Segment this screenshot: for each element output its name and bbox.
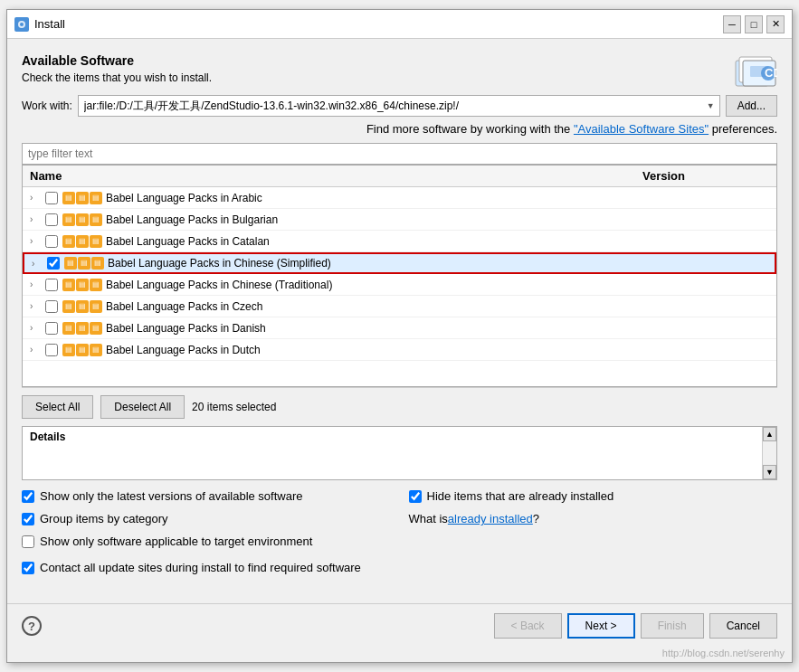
row-icon-1: ▤ [62, 192, 75, 204]
row-icon-3: ▤ [90, 279, 102, 291]
row-icon-3: ▤ [90, 213, 102, 226]
row-icon-2: ▤ [76, 213, 89, 226]
row-icon-1: ▤ [62, 300, 75, 313]
row-icon-3: ▤ [91, 257, 104, 270]
details-label: Details [23, 427, 776, 447]
section-title: Available Software [22, 53, 212, 68]
option-show-latest-checkbox[interactable] [22, 490, 34, 503]
option-hide-installed: Hide items that are already installed [409, 489, 778, 503]
option-group-category-checkbox[interactable] [22, 513, 34, 525]
row-checkbox[interactable] [44, 300, 59, 313]
footer-right: < Back Next > Finish Cancel [494, 613, 777, 639]
option-show-applicable-checkbox[interactable] [22, 535, 34, 548]
maximize-button[interactable]: □ [745, 15, 763, 33]
row-icons: ▤ ▤ ▤ [62, 322, 102, 335]
row-expander[interactable]: › [30, 323, 44, 333]
details-section: Details ▲ ▼ [22, 426, 777, 480]
row-checkbox[interactable] [44, 235, 59, 248]
row-icon-3: ▤ [90, 192, 102, 204]
row-checkbox[interactable] [44, 344, 59, 356]
row-checkbox[interactable] [44, 213, 59, 226]
table-row[interactable]: › ▤ ▤ ▤ Babel Language Packs in Bulgaria… [23, 209, 776, 231]
find-more-prefix: Find more software by working with the [366, 122, 574, 136]
table-row[interactable]: › ▤ ▤ ▤ Babel Language Packs in Catalan [23, 231, 776, 252]
table-row[interactable]: › ▤ ▤ ▤ Babel Language Packs in Dutch [23, 339, 776, 361]
option-contact-sites: Contact all update sites during install … [22, 561, 391, 574]
next-button[interactable]: Next > [567, 613, 635, 639]
row-expander[interactable]: › [30, 193, 44, 203]
row-icons: ▤ ▤ ▤ [62, 235, 102, 248]
row-icons: ▤ ▤ ▤ [62, 344, 102, 356]
find-more-suffix: preferences. [709, 122, 777, 136]
option-contact-sites-label: Contact all update sites during install … [40, 561, 361, 574]
table-row[interactable]: › ▤ ▤ ▤ Babel Language Packs in Arabic [23, 187, 776, 209]
work-with-input[interactable] [78, 95, 720, 117]
table-row[interactable]: › ▤ ▤ ▤ Babel Language Packs in Czech [23, 296, 776, 317]
back-button[interactable]: < Back [494, 613, 562, 639]
table-row[interactable]: › ▤ ▤ ▤ Babel Language Packs in Danish [23, 317, 776, 339]
already-installed-link[interactable]: already installed [448, 512, 533, 525]
row-label: Babel Language Packs in Chinese (Traditi… [106, 279, 642, 291]
dialog-footer: ? < Back Next > Finish Cancel [7, 603, 792, 648]
row-checkbox[interactable] [44, 192, 59, 204]
finish-button[interactable]: Finish [641, 613, 704, 639]
row-label: Babel Language Packs in Arabic [106, 192, 642, 204]
add-button[interactable]: Add... [726, 95, 777, 117]
table-header: Name Version [23, 166, 776, 187]
deselect-all-button[interactable]: Deselect All [100, 395, 185, 419]
dialog-header: Available Software Check the items that … [22, 53, 777, 95]
footer-left: ? [22, 616, 42, 636]
row-icons: ▤ ▤ ▤ [62, 192, 102, 204]
option-show-latest-label: Show only the latest versions of availab… [40, 489, 303, 503]
column-version: Version [642, 169, 769, 183]
section-subtitle: Check the items that you wish to install… [22, 71, 212, 84]
row-icon-1: ▤ [62, 213, 75, 226]
svg-point-2 [20, 23, 24, 26]
row-icon-1: ▤ [62, 279, 75, 291]
option-hide-installed-checkbox[interactable] [409, 490, 422, 503]
row-checkbox[interactable] [46, 257, 61, 270]
row-label: Babel Language Packs in Danish [106, 322, 642, 335]
watermark: http://blog.csdn.net/serenhy [7, 648, 792, 662]
scroll-down-arrow[interactable]: ▼ [763, 465, 776, 479]
cancel-button[interactable]: Cancel [709, 613, 777, 639]
close-button[interactable]: ✕ [766, 15, 785, 33]
software-table: Name Version › ▤ ▤ ▤ Babel Language Pack… [22, 165, 777, 387]
scroll-up-arrow[interactable]: ▲ [763, 427, 776, 441]
option-show-applicable: Show only software applicable to target … [22, 535, 391, 548]
header-text: Available Software Check the items that … [22, 53, 212, 95]
row-icon-3: ▤ [90, 300, 102, 313]
work-with-label: Work with: [22, 99, 72, 112]
row-expander[interactable]: › [30, 345, 44, 355]
row-icon-3: ▤ [90, 235, 102, 248]
row-checkbox[interactable] [44, 322, 59, 335]
work-with-row: Work with: Add... [22, 95, 777, 117]
filter-input[interactable] [22, 143, 777, 165]
row-expander[interactable]: › [30, 236, 44, 246]
row-expander[interactable]: › [30, 301, 44, 311]
option-hide-installed-label: Hide items that are already installed [427, 489, 614, 503]
option-group-category-label: Group items by category [40, 512, 168, 525]
row-expander[interactable]: › [30, 279, 44, 289]
dialog-content: Available Software Check the items that … [7, 39, 792, 603]
table-row-highlighted[interactable]: › ▤ ▤ ▤ Babel Language Packs in Chinese … [23, 252, 776, 274]
row-icon-2: ▤ [76, 235, 89, 248]
row-icon-3: ▤ [90, 322, 102, 335]
row-icon-2: ▤ [76, 192, 89, 204]
row-checkbox[interactable] [44, 279, 59, 291]
row-expander[interactable]: › [32, 259, 46, 269]
row-icon-1: ▤ [62, 322, 75, 335]
available-software-sites-link[interactable]: "Available Software Sites" [574, 122, 709, 136]
row-label: Babel Language Packs in Czech [106, 300, 642, 313]
table-row[interactable]: › ▤ ▤ ▤ Babel Language Packs in Chinese … [23, 274, 776, 296]
row-icon-1: ▤ [62, 235, 75, 248]
find-more-row: Find more software by working with the "… [22, 122, 777, 136]
table-body[interactable]: › ▤ ▤ ▤ Babel Language Packs in Arabic › [23, 187, 776, 386]
row-icon-2: ▤ [76, 279, 89, 291]
select-all-button[interactable]: Select All [22, 395, 93, 419]
row-expander[interactable]: › [30, 214, 44, 224]
help-button[interactable]: ? [22, 616, 42, 636]
title-bar: Install ─ □ ✕ [7, 10, 792, 39]
option-contact-sites-checkbox[interactable] [22, 562, 34, 574]
minimize-button[interactable]: ─ [723, 15, 741, 33]
